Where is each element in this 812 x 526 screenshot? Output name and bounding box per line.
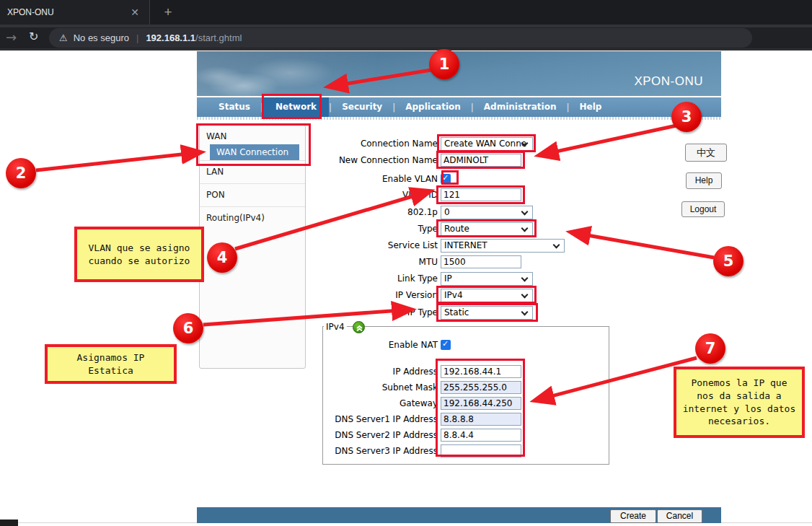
link-type-select[interactable]: IP [441, 272, 533, 286]
new-tab-button[interactable]: + [159, 4, 177, 22]
page-banner: XPON-ONU [197, 51, 721, 96]
step-6-badge: 6 [173, 313, 203, 343]
highlight-ip-type [436, 303, 538, 322]
status-bubble [0, 520, 18, 526]
url-host: 192.168.1.1 [146, 32, 195, 43]
row-service-list: Service List INTERNET [310, 238, 565, 253]
page-title: XPON-ONU [634, 74, 703, 89]
tab-administration[interactable]: Administration [474, 97, 567, 117]
tab-title: XPON-ONU [7, 7, 128, 17]
note-vlan: VLAN que se asigno cuando se autorizo [74, 227, 204, 282]
highlight-ip-version [436, 286, 537, 304]
row-8021p: 802.1p 0 [310, 205, 533, 219]
tab-close-icon[interactable]: ✕ [128, 6, 142, 18]
logout-button[interactable]: Logout [681, 201, 725, 217]
mtu-input[interactable] [441, 255, 521, 268]
url-path: /start.ghtml [195, 32, 242, 43]
step-4-badge: 4 [207, 242, 237, 273]
row-enable-vlan: Enable VLAN [310, 172, 451, 186]
highlight-network-tab [262, 94, 322, 119]
note-static-ip: Asignamos IP Estatica [45, 344, 177, 384]
sidebar-item-pon[interactable]: PON [200, 183, 305, 206]
step-7-badge: 7 [695, 333, 725, 364]
chevron-down-icon [521, 208, 529, 215]
ipv4-legend: IPv4 [324, 322, 347, 332]
collapse-icon[interactable] [353, 321, 365, 333]
8021p-select[interactable]: 0 [441, 206, 533, 219]
step-5-badge: 5 [713, 246, 743, 276]
chevron-down-icon [553, 241, 560, 248]
service-list-select[interactable]: INTERNET [441, 239, 565, 253]
sidebar-item-routing[interactable]: Routing(IPv4) [200, 206, 305, 229]
language-button[interactable]: 中文 [685, 144, 727, 162]
step-2-badge: 2 [6, 158, 36, 188]
note-ip-data: Ponemos la IP que nos da salida a intern… [674, 367, 805, 438]
cancel-button[interactable]: Cancel [657, 509, 702, 523]
help-button[interactable]: Help [686, 172, 722, 189]
highlight-connection-name [437, 134, 536, 152]
forward-icon[interactable]: → [6, 30, 17, 45]
browser-toolbar: → ↻ ⚠ No es seguro | 192.168.1.1 /start.… [0, 25, 812, 51]
chevron-down-icon [521, 274, 529, 281]
row-link-type: Link Type IP [310, 271, 533, 286]
address-bar[interactable]: ⚠ No es seguro | 192.168.1.1 /start.ghtm… [49, 28, 752, 48]
step-1-badge: 1 [429, 49, 459, 79]
highlight-vlan-id [436, 185, 525, 204]
highlight-type [436, 219, 537, 237]
step-3-badge: 3 [671, 102, 702, 132]
highlight-new-connection-name [436, 151, 525, 169]
highlight-ip-fields [436, 359, 525, 457]
enable-nat-checkbox[interactable] [441, 340, 451, 350]
tab-status[interactable]: Status [208, 97, 260, 117]
row-enable-nat: Enable NAT [310, 338, 451, 352]
row-mtu: MTU [310, 255, 521, 269]
reload-icon[interactable]: ↻ [29, 30, 38, 43]
tab-help[interactable]: Help [570, 97, 612, 117]
create-button[interactable]: Create [610, 509, 656, 523]
not-secure-label: No es seguro [74, 32, 129, 43]
not-secure-warning-icon: ⚠ [59, 32, 68, 43]
highlight-enable-vlan [441, 170, 459, 185]
tab-application[interactable]: Application [395, 97, 471, 117]
url-separator: | [136, 32, 138, 43]
tab-security[interactable]: Security [332, 97, 392, 117]
highlight-wan-connection [196, 123, 311, 166]
browser-tab-strip: XPON-ONU ✕ + [0, 0, 812, 25]
browser-tab[interactable]: XPON-ONU ✕ [0, 0, 150, 25]
